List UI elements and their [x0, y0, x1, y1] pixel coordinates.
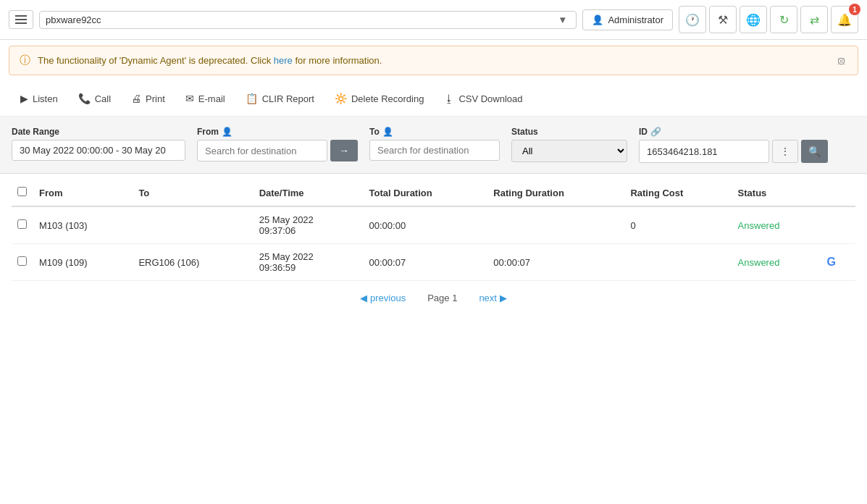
- header-rating-duration: Rating Duration: [487, 180, 624, 206]
- next-link[interactable]: next ▶: [479, 293, 506, 303]
- email-icon: ✉: [185, 93, 194, 104]
- records-table: From To Date/Time Total Duration Rating …: [12, 180, 855, 281]
- pagination: ◀ previous Page 1 next ▶: [0, 281, 867, 315]
- header-datetime: Date/Time: [254, 180, 364, 206]
- google-icon: G: [827, 256, 836, 268]
- csv-download-button[interactable]: ⭳ CSV Download: [435, 88, 531, 109]
- notification-button[interactable]: 🔔 1: [831, 6, 858, 33]
- info-icon: ⓘ: [20, 54, 30, 67]
- admin-label: Administrator: [608, 14, 663, 25]
- delete-button[interactable]: 🔆 Delete Recording: [326, 88, 432, 109]
- row1-total-duration: 00:00:00: [364, 206, 488, 244]
- admin-button[interactable]: 👤 Administrator: [582, 9, 673, 30]
- clir-icon: 📋: [246, 93, 258, 104]
- print-label: Print: [146, 93, 165, 104]
- id-link-icon: 🔗: [650, 127, 661, 137]
- table-area: From To Date/Time Total Duration Rating …: [0, 180, 867, 281]
- listen-icon: ▶: [20, 93, 28, 104]
- row2-select-checkbox[interactable]: [17, 256, 27, 266]
- csv-label: CSV Download: [458, 93, 522, 104]
- to-group: To 👤: [369, 127, 500, 161]
- refresh-button[interactable]: ↻: [770, 6, 797, 33]
- previous-link[interactable]: ◀ previous: [360, 293, 406, 303]
- row1-actions: [821, 206, 855, 244]
- url-bar: ▼: [39, 11, 577, 29]
- url-input[interactable]: [46, 14, 555, 25]
- download-icon: ⭳: [444, 93, 454, 104]
- row2-actions: G: [821, 244, 855, 281]
- header-rating-cost: Rating Cost: [624, 180, 732, 206]
- row1-from: M103 (103): [33, 206, 133, 244]
- print-button[interactable]: 🖨 Print: [122, 88, 174, 109]
- more-options-button[interactable]: ⋮: [772, 140, 798, 163]
- table-header-row: From To Date/Time Total Duration Rating …: [12, 180, 855, 206]
- call-label: Call: [95, 93, 111, 104]
- table-row: M109 (109) ERG106 (106) 25 May 202209:36…: [12, 244, 855, 281]
- to-input[interactable]: [369, 140, 500, 161]
- toolbar: ▶ Listen 📞 Call 🖨 Print ✉ E-mail 📋 CLIR …: [0, 81, 867, 117]
- header-to: To: [133, 180, 253, 206]
- email-button[interactable]: ✉ E-mail: [177, 88, 234, 109]
- id-input[interactable]: [639, 140, 769, 163]
- warning-link[interactable]: here: [274, 55, 293, 66]
- from-input[interactable]: [197, 140, 327, 161]
- header-status: Status: [732, 180, 821, 206]
- listen-button[interactable]: ▶ Listen: [12, 88, 67, 109]
- row1-status: Answered: [732, 206, 821, 244]
- delete-label: Delete Recording: [351, 93, 424, 104]
- from-label: From 👤: [197, 127, 358, 137]
- warning-banner: ⓘ The functionality of 'Dynamic Agent' i…: [9, 46, 858, 75]
- row1-select-checkbox[interactable]: [17, 219, 27, 229]
- search-button[interactable]: 🔍: [801, 140, 828, 163]
- warning-close-button[interactable]: ⦻: [836, 54, 847, 67]
- from-user-icon: 👤: [222, 127, 233, 137]
- row2-total-duration: 00:00:07: [364, 244, 488, 281]
- status-select[interactable]: All: [511, 140, 627, 162]
- from-arrow-button[interactable]: →: [330, 140, 358, 161]
- from-group: From 👤 →: [197, 127, 358, 161]
- header-checkbox-col: [12, 180, 33, 206]
- print-icon: 🖨: [131, 93, 141, 104]
- sync-button[interactable]: ⇄: [800, 6, 828, 33]
- header-from: From: [33, 180, 133, 206]
- listen-label: Listen: [33, 93, 58, 104]
- nav-icons: 🕐 ⚒ 🌐 ↻ ⇄ 🔔 1: [679, 6, 858, 33]
- row1-rating-duration: [487, 206, 624, 244]
- row1-checkbox: [12, 206, 33, 244]
- hamburger-button[interactable]: [9, 10, 33, 29]
- row2-rating-duration: 00:00:07: [487, 244, 624, 281]
- row2-rating-cost: [624, 244, 732, 281]
- row2-datetime: 25 May 202209:36:59: [254, 244, 364, 281]
- globe-button[interactable]: 🌐: [740, 6, 767, 33]
- help-button[interactable]: ⚒: [709, 6, 737, 33]
- id-label: ID 🔗: [639, 127, 828, 137]
- row1-rating-cost: 0: [624, 206, 732, 244]
- date-range-label: Date Range: [12, 127, 185, 137]
- row2-status: Answered: [732, 244, 821, 281]
- header-actions: [821, 180, 855, 206]
- row1-to: [133, 206, 253, 244]
- row2-from: M109 (109): [33, 244, 133, 281]
- url-dropdown-button[interactable]: ▼: [555, 14, 570, 25]
- email-label: E-mail: [198, 93, 225, 104]
- row2-to: ERG106 (106): [133, 244, 253, 281]
- table-row: M103 (103) 25 May 202209:37:06 00:00:00 …: [12, 206, 855, 244]
- clir-label: CLIR Report: [262, 93, 314, 104]
- row2-checkbox: [12, 244, 33, 281]
- row1-datetime: 25 May 202209:37:06: [254, 206, 364, 244]
- date-range-input[interactable]: [12, 140, 185, 161]
- top-nav: ▼ 👤 Administrator 🕐 ⚒ 🌐 ↻ ⇄ 🔔 1: [0, 0, 867, 40]
- delete-icon: 🔆: [335, 93, 347, 104]
- to-label: To 👤: [369, 127, 500, 137]
- warning-message: The functionality of 'Dynamic Agent' is …: [38, 55, 382, 66]
- date-range-group: Date Range: [12, 127, 185, 161]
- clock-button[interactable]: 🕐: [679, 6, 706, 33]
- to-user-icon: 👤: [382, 127, 393, 137]
- status-label: Status: [511, 127, 627, 137]
- clir-button[interactable]: 📋 CLIR Report: [237, 88, 323, 109]
- header-total-duration: Total Duration: [364, 180, 488, 206]
- select-all-checkbox[interactable]: [17, 187, 27, 196]
- call-button[interactable]: 📞 Call: [70, 88, 120, 109]
- filter-area: Date Range From 👤 → To 👤 Status All ID 🔗: [0, 117, 867, 174]
- phone-icon: 📞: [78, 93, 91, 104]
